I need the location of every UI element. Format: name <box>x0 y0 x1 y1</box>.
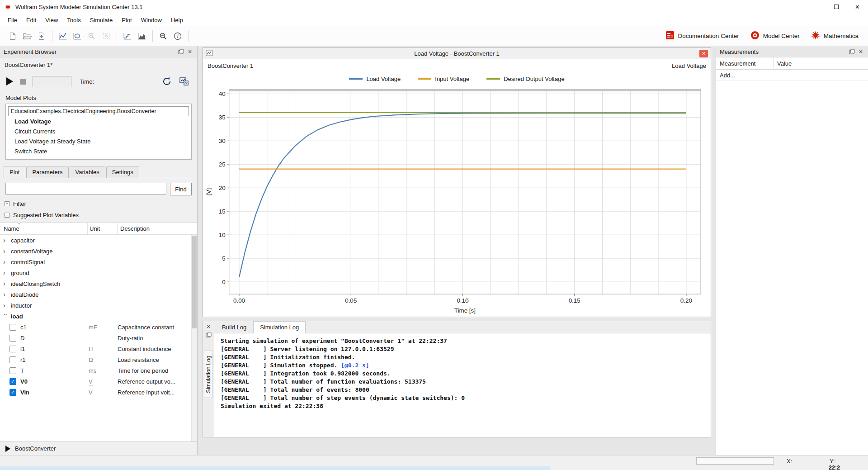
table-row[interactable]: DDuty-ratio <box>0 332 191 343</box>
chevron-right-icon[interactable]: › <box>3 259 9 265</box>
menu-window[interactable]: Window <box>137 15 166 25</box>
time-input[interactable] <box>33 76 71 87</box>
area-plot-button[interactable] <box>135 29 149 43</box>
stop-button[interactable] <box>20 79 26 85</box>
float-panel-button[interactable] <box>847 47 856 56</box>
chevron-right-icon[interactable]: › <box>3 292 9 297</box>
model-center-button[interactable]: Model Center <box>746 28 804 44</box>
new-experiment-button[interactable] <box>5 29 20 43</box>
play-button[interactable] <box>6 77 13 85</box>
table-row[interactable]: ›idealClosingSwitch <box>0 278 191 289</box>
scrollbar-thumb[interactable] <box>192 236 197 328</box>
table-row[interactable]: r1ΩLoad resistance <box>0 354 191 365</box>
log-vertical-tab[interactable]: Simulation Log <box>204 351 213 398</box>
add-measurement-row[interactable]: Add... <box>716 70 868 81</box>
close-panel-button[interactable]: ✕ <box>856 47 865 56</box>
load-voltage-chart[interactable]: 05101520253035400.000.050.100.150.20[V]T… <box>204 85 708 316</box>
menu-tools[interactable]: Tools <box>62 15 85 25</box>
splitter[interactable] <box>203 317 711 321</box>
model-plot-item[interactable]: Load Voltage <box>8 116 189 126</box>
chevron-right-icon[interactable]: › <box>3 237 9 243</box>
plot-all-button[interactable] <box>177 75 191 88</box>
column-header-value[interactable]: Value <box>774 57 868 69</box>
chevron-right-icon[interactable]: › <box>3 303 9 308</box>
variable-checkbox[interactable] <box>9 324 16 331</box>
column-header-name[interactable]: ^ Name <box>0 223 88 234</box>
variable-checkbox[interactable]: ✓ <box>9 378 16 385</box>
tab-parameters[interactable]: Parameters <box>26 166 68 178</box>
menu-file[interactable]: File <box>3 15 22 25</box>
column-header-measurement[interactable]: Measurement <box>716 57 774 69</box>
find-button[interactable]: Find <box>170 183 192 195</box>
maximize-button[interactable] <box>826 0 847 14</box>
expand-icon[interactable]: + <box>5 201 9 206</box>
search-input[interactable] <box>5 183 166 195</box>
experiment-list-item[interactable]: BoostConverter <box>0 442 197 455</box>
tab-simulation-log[interactable]: Simulation Log <box>253 321 306 333</box>
model-plot-item[interactable]: Circuit Currents <box>8 126 189 136</box>
resimulate-button[interactable] <box>160 75 174 88</box>
table-row[interactable]: ✓V0VReference output vo... <box>0 376 191 387</box>
variable-checkbox[interactable] <box>9 356 16 363</box>
model-plot-item[interactable]: Load Voltage at Steady State <box>8 136 189 146</box>
zoom-plot-button[interactable] <box>85 29 99 43</box>
chevron-right-icon[interactable]: › <box>3 281 9 286</box>
vertical-scrollbar[interactable] <box>191 235 197 442</box>
close-log-button[interactable]: ✕ <box>204 323 213 331</box>
column-header-description[interactable]: Description <box>118 223 197 234</box>
table-row[interactable]: l1HConstant inductance <box>0 343 191 354</box>
open-button[interactable] <box>20 29 34 43</box>
step-plot-button[interactable] <box>120 29 135 43</box>
model-plot-item[interactable]: Switch State <box>8 146 189 156</box>
table-row[interactable]: ›load <box>0 311 191 322</box>
variable-checkbox[interactable]: ✓ <box>9 389 16 396</box>
close-panel-button[interactable]: ✕ <box>185 47 194 56</box>
y-tick-label: 40 <box>219 90 226 97</box>
float-log-button[interactable] <box>204 331 213 339</box>
model-path-item[interactable]: EducationExamples.ElectricalEngineering.… <box>8 106 189 116</box>
column-header-unit[interactable]: Unit <box>88 223 118 234</box>
table-row[interactable]: ›inductor <box>0 300 191 311</box>
chevron-right-icon[interactable]: › <box>3 248 9 254</box>
menu-help[interactable]: Help <box>166 15 188 25</box>
variable-checkbox[interactable] <box>9 367 16 374</box>
menu-simulate[interactable]: Simulate <box>85 15 118 25</box>
chevron-down-icon[interactable]: › <box>3 313 9 319</box>
table-row[interactable]: ›idealDiode <box>0 289 191 300</box>
chevron-right-icon[interactable]: › <box>3 270 9 275</box>
new-plot-button[interactable] <box>56 29 70 43</box>
tab-plot[interactable]: Plot <box>4 166 25 178</box>
mathematica-button[interactable]: Mathematica <box>807 28 863 44</box>
variable-description: Reference output vo... <box>118 378 191 385</box>
zoom-fit-button[interactable] <box>99 29 113 43</box>
variable-checkbox[interactable] <box>9 335 16 342</box>
table-row[interactable]: ›ground <box>0 267 191 278</box>
close-button[interactable]: ✕ <box>847 0 868 14</box>
tab-settings[interactable]: Settings <box>106 166 139 178</box>
minimize-button[interactable] <box>804 0 826 14</box>
table-row[interactable]: ›capacitor <box>0 235 191 246</box>
close-plot-window-button[interactable]: ✕ <box>699 50 708 57</box>
filter-section[interactable]: + Filter <box>0 198 197 209</box>
new-parametric-plot-button[interactable] <box>70 29 85 43</box>
table-row[interactable]: TmsTime for one period <box>0 365 191 376</box>
log-time-link[interactable]: [@0.2 s] <box>341 362 369 369</box>
variable-checkbox[interactable] <box>9 346 16 352</box>
documentation-center-button[interactable]: i Documentation Center <box>661 28 743 44</box>
find-in-plot-button[interactable] <box>156 29 170 43</box>
float-panel-button[interactable] <box>176 47 185 56</box>
y-tick-label: 5 <box>222 255 225 262</box>
table-row[interactable]: ›controlSignal <box>0 256 191 267</box>
table-row[interactable]: c1mFCapacitance constant <box>0 322 191 332</box>
table-row[interactable]: ›constantVoltage <box>0 246 191 256</box>
tab-variables[interactable]: Variables <box>70 166 105 178</box>
collapse-icon[interactable]: − <box>5 213 9 218</box>
info-button[interactable]: i <box>170 29 185 43</box>
export-result-button[interactable] <box>34 29 49 43</box>
tab-build-log[interactable]: Build Log <box>215 321 253 333</box>
table-row[interactable]: ✓VinVReference input volt... <box>0 387 191 398</box>
menu-plot[interactable]: Plot <box>117 15 136 25</box>
menu-view[interactable]: View <box>41 15 62 25</box>
suggested-variables-section[interactable]: − Suggested Plot Variables <box>0 209 197 221</box>
menu-edit[interactable]: Edit <box>22 15 41 25</box>
